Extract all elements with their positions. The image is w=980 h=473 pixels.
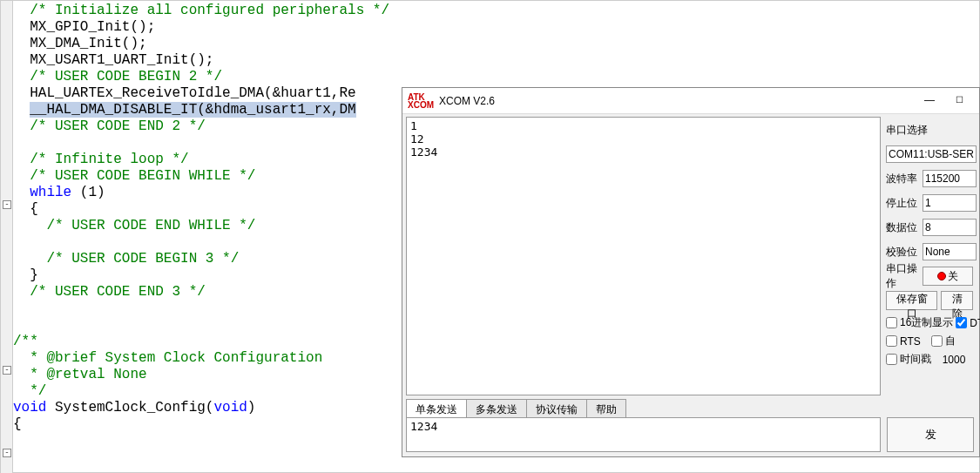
maximize-button[interactable]: ☐ xyxy=(944,91,974,111)
auto-label: 自 xyxy=(945,334,956,348)
code-line: /* Infinite loop */ xyxy=(13,152,189,167)
serial-output[interactable]: 1 12 1234 xyxy=(406,117,881,395)
keyword: void xyxy=(13,400,46,416)
code-highlight: __HAL_DMA_DISABLE_IT(&hdma_usart1_rx,DM xyxy=(30,102,355,118)
parity-label: 校验位 xyxy=(886,245,923,260)
hex-display-checkbox[interactable] xyxy=(886,317,897,328)
parity-select[interactable] xyxy=(923,243,977,260)
baud-select[interactable] xyxy=(923,170,977,187)
code-line: /** xyxy=(13,334,38,349)
window-title: XCOM V2.6 xyxy=(439,95,915,107)
code-line: MX_GPIO_Init(); xyxy=(13,19,155,35)
code-line: /* USER CODE BEGIN 3 */ xyxy=(13,251,239,267)
stop-select[interactable] xyxy=(923,194,977,212)
minimize-button[interactable]: — xyxy=(915,91,944,111)
dtr-label: DT xyxy=(970,317,980,329)
port-toggle-button[interactable]: 关 xyxy=(923,267,973,286)
send-button[interactable]: 发 xyxy=(887,417,974,452)
code-line: /* Initialize all configured peripherals… xyxy=(13,3,389,18)
code-line: /* USER CODE END 2 */ xyxy=(13,118,206,134)
fold-marker[interactable]: - xyxy=(3,449,11,457)
code-line: /* USER CODE END WHILE */ xyxy=(13,218,255,233)
op-label: 串口操作 xyxy=(886,261,923,291)
code-line: * @brief System Clock Configuration xyxy=(13,350,322,366)
port-select[interactable] xyxy=(886,145,977,163)
titlebar[interactable]: ATKXCOM XCOM V2.6 — ☐ xyxy=(402,88,979,114)
send-input[interactable]: 1234 xyxy=(406,417,881,452)
dtr-checkbox[interactable] xyxy=(956,317,967,328)
fold-marker[interactable]: - xyxy=(3,366,11,375)
code-line: MX_DMA_Init(); xyxy=(13,36,147,51)
status-dot-icon xyxy=(937,272,946,280)
code-line: HAL_UARTEx_ReceiveToIdle_DMA(&huart1,Re xyxy=(13,85,356,101)
code-area[interactable]: /* Initialize all configured peripherals… xyxy=(13,3,389,433)
timestamp-checkbox[interactable] xyxy=(886,354,897,365)
auto-checkbox[interactable] xyxy=(931,335,943,347)
rts-checkbox[interactable] xyxy=(886,335,897,347)
code-line: /* USER CODE END 3 */ xyxy=(13,284,206,300)
timestamp-value: 1000 xyxy=(943,354,966,366)
code-line: * @retval None xyxy=(13,367,147,382)
keyword: while xyxy=(30,185,71,200)
code-line: } xyxy=(13,267,38,283)
fold-marker[interactable]: - xyxy=(3,200,11,209)
rts-label: RTS xyxy=(900,335,921,348)
baud-label: 波特率 xyxy=(886,172,923,186)
code-line: /* USER CODE BEGIN 2 */ xyxy=(13,69,222,84)
hex-display-label: 16进制显示 xyxy=(900,315,953,330)
gutter: - - - xyxy=(1,1,13,473)
xcom-window: ATKXCOM XCOM V2.6 — ☐ 1 12 1234 串口选择 波特率… xyxy=(402,87,980,457)
save-window-button[interactable]: 保存窗口 xyxy=(886,291,937,310)
timestamp-label: 时间戳 xyxy=(900,352,931,367)
code-line xyxy=(13,102,30,118)
side-panel: 串口选择 波特率 停止位 数据位 校验位 串口操作关 保存窗口清除 16进制显示… xyxy=(884,117,978,395)
keyword: void xyxy=(213,400,247,416)
clear-button[interactable]: 清除 xyxy=(941,291,973,310)
code-line: /* USER CODE BEGIN WHILE */ xyxy=(13,168,255,184)
stop-label: 停止位 xyxy=(886,196,923,211)
app-logo: ATKXCOM xyxy=(408,93,434,109)
data-select[interactable] xyxy=(923,219,977,236)
code-line: { xyxy=(13,201,38,217)
data-label: 数据位 xyxy=(886,220,923,235)
code-line: MX_USART1_UART_Init(); xyxy=(13,52,213,68)
code-line: */ xyxy=(13,383,46,399)
code-line: { xyxy=(13,416,22,432)
port-label: 串口选择 xyxy=(886,123,928,138)
